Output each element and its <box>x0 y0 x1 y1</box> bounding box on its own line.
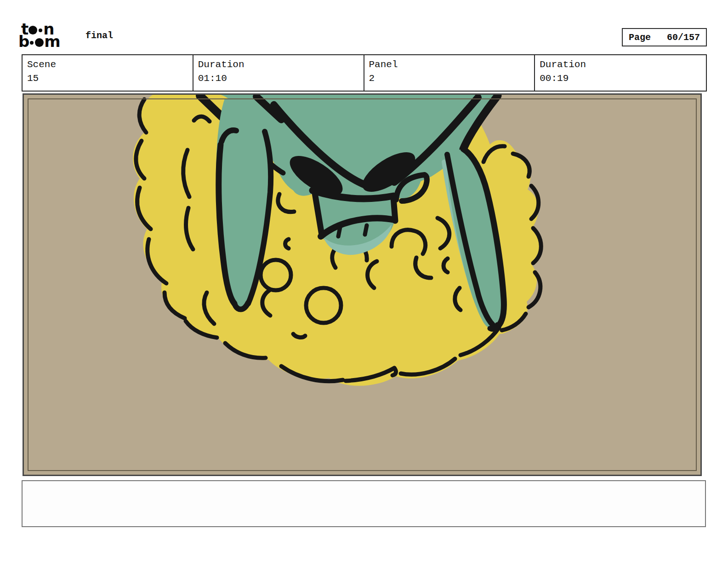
caption-box <box>22 480 706 527</box>
logo-dot-icon <box>39 29 42 32</box>
info-cell-scene: Scene 15 <box>23 55 193 91</box>
info-cell-scene-duration: Duration 01:10 <box>193 55 364 91</box>
document-status-label: final <box>85 30 113 41</box>
info-cell-panel: Panel 2 <box>364 55 535 91</box>
panel-info-strip: Scene 15 Duration 01:10 Panel 2 Duration… <box>22 54 707 92</box>
info-label: Duration <box>540 59 701 70</box>
logo-line-2: bm <box>18 35 81 48</box>
info-label: Duration <box>198 59 359 70</box>
info-label: Panel <box>369 59 530 70</box>
page-indicator-label: Page <box>629 32 651 43</box>
storyboard-drawing <box>24 95 702 476</box>
storyboard-panel <box>23 93 702 476</box>
logo-dot-icon <box>35 38 44 47</box>
logo-dot-icon <box>30 41 34 45</box>
info-value: 15 <box>27 73 188 84</box>
toonboom-logo: tn bm <box>21 23 81 48</box>
logo-dot-icon <box>28 26 37 34</box>
page-indicator: Page 60/157 <box>622 28 707 46</box>
info-value: 01:10 <box>198 73 359 84</box>
page-indicator-value: 60/157 <box>667 32 700 43</box>
info-value: 00:19 <box>540 73 701 84</box>
info-cell-panel-duration: Duration 00:19 <box>535 55 706 91</box>
info-label: Scene <box>27 59 188 70</box>
info-value: 2 <box>369 73 530 84</box>
